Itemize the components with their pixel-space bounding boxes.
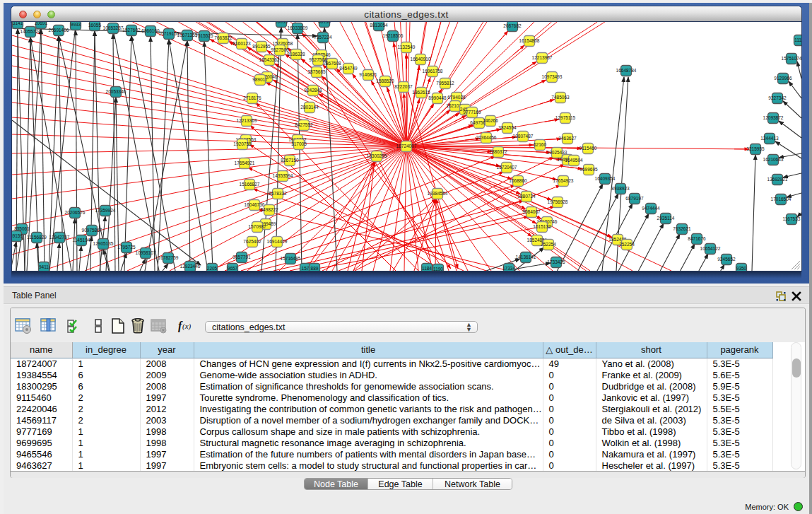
- svg-text:17016504: 17016504: [771, 197, 792, 201]
- svg-text:8813054: 8813054: [370, 23, 388, 28]
- svg-text:3875685: 3875685: [307, 69, 326, 74]
- svg-text:1190: 1190: [433, 267, 443, 271]
- svg-text:2205: 2205: [207, 266, 218, 271]
- svg-text:10653287: 10653287: [103, 25, 124, 30]
- svg-text:9527506: 9527506: [271, 47, 289, 52]
- svg-text:1588520: 1588520: [376, 78, 394, 83]
- svg-text:8912955: 8912955: [252, 44, 271, 49]
- svg-text:13692921: 13692921: [767, 177, 788, 182]
- svg-text:14353594: 14353594: [273, 173, 293, 178]
- svg-text:12213967: 12213967: [532, 55, 553, 60]
- svg-text:90975867: 90975867: [82, 228, 102, 233]
- svg-text:6794028: 6794028: [447, 95, 466, 100]
- svg-text:10654122: 10654122: [700, 246, 721, 251]
- svg-text:2087682: 2087682: [503, 23, 522, 28]
- svg-text:6966160: 6966160: [141, 28, 160, 33]
- svg-text:8454749: 8454749: [339, 66, 358, 71]
- svg-text:16154808: 16154808: [519, 38, 540, 43]
- svg-text:889: 889: [311, 266, 319, 271]
- svg-text:2718176: 2718176: [243, 95, 261, 100]
- svg-text:1068860: 1068860: [509, 178, 527, 183]
- svg-text:9657: 9657: [228, 266, 238, 271]
- svg-text:10719155: 10719155: [159, 31, 180, 36]
- svg-text:12213369: 12213369: [237, 118, 257, 123]
- svg-text:12975115: 12975115: [555, 115, 576, 120]
- svg-text:8471676: 8471676: [688, 236, 706, 241]
- svg-text:20691: 20691: [35, 22, 47, 25]
- svg-text:9146821: 9146821: [359, 72, 377, 77]
- svg-text:9463627: 9463627: [558, 136, 577, 141]
- svg-text:12093872: 12093872: [763, 115, 784, 120]
- svg-text:10958107: 10958107: [136, 250, 156, 255]
- svg-text:9699695: 9699695: [579, 167, 598, 172]
- svg-text:7886372: 7886372: [489, 149, 507, 154]
- svg-text:12923446: 12923446: [180, 264, 201, 269]
- svg-text:17334: 17334: [502, 266, 515, 271]
- svg-text:1570987: 1570987: [248, 224, 266, 229]
- svg-text:20691406: 20691406: [49, 28, 69, 33]
- svg-text:1615132: 1615132: [533, 224, 551, 229]
- svg-text:8990448: 8990448: [428, 95, 447, 100]
- svg-text:157: 157: [302, 266, 310, 271]
- svg-text:989017: 989017: [252, 77, 268, 82]
- svg-text:252254: 252254: [619, 242, 635, 247]
- svg-text:18724007: 18724007: [396, 144, 417, 148]
- svg-text:16640910: 16640910: [411, 57, 431, 62]
- svg-text:10807487: 10807487: [513, 134, 534, 139]
- svg-text:16782759: 16782759: [158, 255, 179, 260]
- svg-text:88130: 88130: [318, 22, 331, 24]
- svg-text:9129966: 9129966: [774, 76, 792, 81]
- svg-text:2803144: 2803144: [300, 105, 319, 110]
- svg-text:16409354: 16409354: [595, 176, 616, 181]
- svg-text:1184: 1184: [422, 266, 432, 271]
- svg-text:9227342: 9227342: [768, 95, 787, 100]
- svg-text:9350: 9350: [736, 266, 747, 271]
- svg-text:1132549: 1132549: [398, 45, 416, 49]
- svg-text:15166827: 15166827: [240, 182, 260, 187]
- svg-text:9777169: 9777169: [463, 110, 481, 115]
- svg-text:14055724: 14055724: [20, 29, 41, 34]
- svg-text:16543362: 16543362: [259, 57, 280, 62]
- svg-text:17359924: 17359924: [95, 208, 116, 213]
- svg-text:1145194: 1145194: [73, 238, 90, 243]
- svg-text:12905135: 12905135: [93, 241, 114, 246]
- svg-text:9657791: 9657791: [233, 255, 251, 259]
- svg-text:1795725: 1795725: [117, 245, 136, 250]
- svg-text:1880724: 1880724: [517, 194, 536, 199]
- svg-text:8267150: 8267150: [281, 158, 299, 163]
- svg-text:62160: 62160: [534, 142, 546, 147]
- svg-text:8427552: 8427552: [295, 122, 313, 127]
- svg-text:20364456: 20364456: [476, 135, 497, 140]
- svg-text:7515525: 7515525: [195, 33, 213, 38]
- svg-text:18300295: 18300295: [367, 153, 387, 158]
- svg-text:15751074: 15751074: [782, 56, 801, 61]
- svg-text:7485063: 7485063: [551, 95, 570, 100]
- svg-text:252254: 252254: [541, 242, 556, 247]
- svg-text:9411: 9411: [39, 264, 49, 269]
- svg-text:1527602: 1527602: [122, 28, 141, 33]
- svg-text:(x): (x): [182, 322, 192, 331]
- svg-text:17654923: 17654923: [553, 178, 574, 183]
- svg-text:1362615: 1362615: [412, 90, 430, 95]
- svg-text:8678332: 8678332: [269, 191, 287, 196]
- svg-text:1112: 1112: [794, 37, 801, 42]
- svg-text:15716485: 15716485: [281, 256, 301, 261]
- svg-text:3215955: 3215955: [746, 146, 765, 151]
- svg-text:9245652: 9245652: [717, 257, 736, 262]
- svg-text:20053346: 20053346: [106, 89, 126, 94]
- svg-text:9933: 9933: [71, 22, 81, 27]
- svg-text:3824554: 3824554: [498, 125, 517, 130]
- svg-text:8160123: 8160123: [233, 41, 251, 46]
- svg-text:12942737: 12942737: [49, 235, 70, 240]
- svg-text:317005: 317005: [291, 141, 307, 146]
- svg-text:7625402: 7625402: [243, 239, 261, 244]
- svg-text:19756928: 19756928: [548, 199, 568, 204]
- svg-text:15720407: 15720407: [497, 165, 517, 170]
- svg-text:8186328: 8186328: [287, 52, 305, 57]
- svg-text:7632621: 7632621: [673, 226, 691, 231]
- svg-text:1733426: 1733426: [547, 259, 565, 264]
- svg-text:16648784: 16648784: [616, 68, 637, 73]
- svg-text:8938923: 8938923: [611, 186, 630, 191]
- svg-text:7663822: 7663822: [214, 35, 233, 40]
- svg-text:16961758: 16961758: [423, 69, 443, 74]
